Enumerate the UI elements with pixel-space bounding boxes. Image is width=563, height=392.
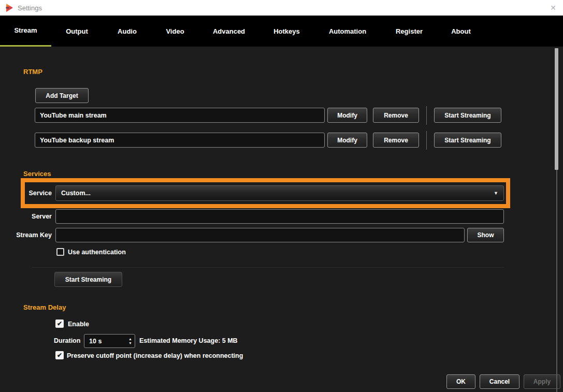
start-streaming-target-button[interactable]: Start Streaming (434, 108, 501, 123)
service-dropdown-value: Custom... (61, 190, 91, 197)
tab-stream[interactable]: Stream (0, 16, 51, 47)
modify-target-button[interactable]: Modify (327, 133, 367, 148)
enable-delay-checkbox[interactable]: ✔ (55, 320, 64, 328)
tab-advanced[interactable]: Advanced (198, 16, 259, 47)
cancel-button[interactable]: Cancel (480, 374, 519, 389)
tab-audio[interactable]: Audio (103, 16, 152, 47)
stream-key-input[interactable] (55, 228, 465, 242)
show-stream-key-button[interactable]: Show (467, 228, 504, 242)
rtmp-target-name-input[interactable] (35, 133, 325, 148)
stepper-up-icon[interactable]: ▲ (128, 337, 132, 341)
add-target-button[interactable]: Add Target (35, 88, 89, 103)
apply-button[interactable]: Apply (524, 374, 560, 389)
services-section-header: Services (23, 170, 51, 178)
row-divider (426, 106, 427, 125)
server-label: Server (0, 209, 52, 224)
remove-target-button[interactable]: Remove (373, 108, 419, 123)
enable-delay-label: Enable (68, 321, 89, 328)
scrollbar-thumb[interactable] (555, 48, 558, 170)
rtmp-target-name-input[interactable] (35, 108, 325, 123)
duration-stepper[interactable]: 10 s ▲ ▼ (84, 334, 135, 348)
service-label: Service (0, 185, 52, 201)
titlebar: Settings ✕ (0, 0, 563, 16)
app-logo-icon (5, 3, 14, 12)
use-authentication-checkbox[interactable] (56, 248, 64, 256)
tab-output[interactable]: Output (51, 16, 103, 47)
chevron-down-icon: ▼ (494, 191, 498, 196)
remove-target-button[interactable]: Remove (373, 133, 419, 148)
stream-delay-section-header: Stream Delay (23, 303, 66, 311)
tab-video[interactable]: Video (152, 16, 198, 47)
memory-usage-text: Estimated Memory Usage: 5 MB (139, 334, 238, 348)
duration-value: 10 s (84, 338, 128, 345)
section-divider (32, 266, 504, 267)
stepper-down-icon[interactable]: ▼ (128, 341, 132, 345)
modify-target-button[interactable]: Modify (327, 108, 367, 123)
tab-bar: Stream Output Audio Video Advanced Hotke… (0, 16, 563, 47)
preserve-cutoff-label: Preserve cutoff point (increase delay) w… (67, 352, 243, 359)
use-authentication-label: Use authentication (68, 249, 126, 256)
settings-window: Settings ✕ Stream Output Audio Video Adv… (0, 0, 563, 392)
tab-hotkeys[interactable]: Hotkeys (259, 16, 314, 47)
close-icon[interactable]: ✕ (547, 2, 559, 13)
row-divider (426, 131, 427, 150)
settings-content: RTMP Add Target Modify Remove Start Stre… (0, 47, 563, 392)
stream-key-label: Stream Key (0, 228, 52, 242)
start-streaming-button[interactable]: Start Streaming (54, 272, 122, 287)
tab-register[interactable]: Register (381, 16, 437, 47)
service-dropdown[interactable]: Custom... ▼ (55, 185, 504, 201)
stepper-arrows: ▲ ▼ (128, 337, 135, 345)
duration-label: Duration (54, 334, 80, 348)
server-input[interactable] (55, 209, 504, 224)
preserve-cutoff-checkbox[interactable]: ✔ (55, 351, 64, 359)
start-streaming-target-button[interactable]: Start Streaming (434, 133, 501, 148)
tab-about[interactable]: About (437, 16, 485, 47)
tab-automation[interactable]: Automation (314, 16, 381, 47)
window-title: Settings (18, 4, 42, 12)
ok-button[interactable]: OK (446, 374, 475, 389)
rtmp-section-header: RTMP (23, 68, 42, 76)
